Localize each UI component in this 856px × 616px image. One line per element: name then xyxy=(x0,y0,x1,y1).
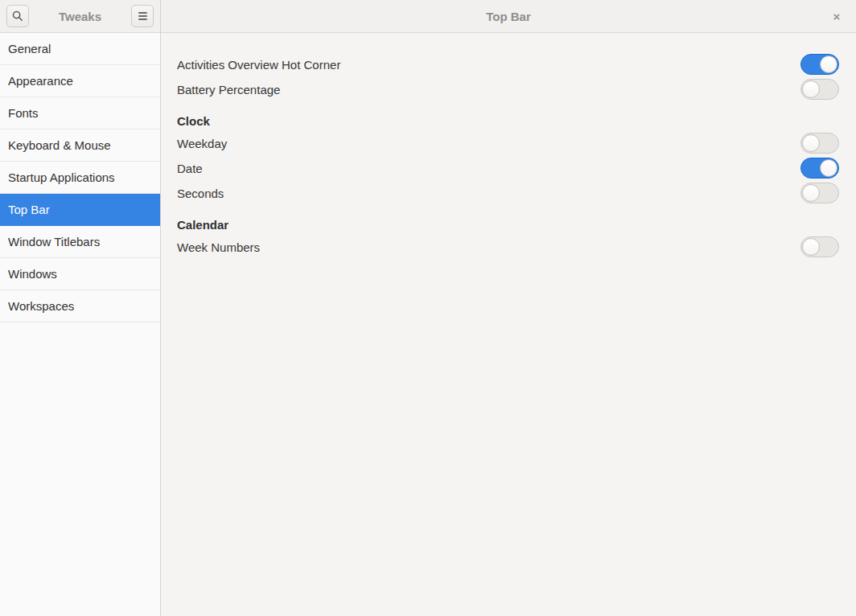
sidebar-item-top-bar[interactable]: Top Bar xyxy=(0,194,160,226)
setting-label: Date xyxy=(177,162,203,175)
section-heading-calendar: Calendar xyxy=(177,218,839,232)
setting-label: Seconds xyxy=(177,187,224,200)
sidebar-item-label: Fonts xyxy=(8,106,39,120)
toggle-knob xyxy=(802,80,820,98)
setting-row-seconds: Seconds xyxy=(177,183,839,203)
section-heading-clock: Clock xyxy=(177,114,839,129)
sidebar-item-label: Appearance xyxy=(8,74,73,88)
toggle-knob xyxy=(802,134,820,152)
sidebar-item-general[interactable]: General xyxy=(0,33,160,65)
sidebar-item-workspaces[interactable]: Workspaces xyxy=(0,290,160,322)
sidebar-item-label: Top Bar xyxy=(8,203,50,216)
toggle-switch-activities-overview-hot-corner[interactable] xyxy=(800,54,839,75)
toggle-knob xyxy=(802,238,820,256)
setting-row-battery-percentage: Battery Percentage xyxy=(177,79,839,100)
sidebar-item-window-titlebars[interactable]: Window Titlebars xyxy=(0,226,160,258)
sidebar-item-windows[interactable]: Windows xyxy=(0,258,160,290)
toggle-knob xyxy=(820,159,837,177)
sidebar-item-startup-applications[interactable]: Startup Applications xyxy=(0,162,160,194)
main-headerbar: Top Bar × xyxy=(161,0,856,33)
sidebar: Tweaks General Appearance Fonts Keyboard… xyxy=(0,0,161,616)
setting-row-weekday: Weekday xyxy=(177,133,839,154)
sidebar-item-label: Window Titlebars xyxy=(8,235,100,248)
sidebar-item-label: General xyxy=(8,42,51,55)
sidebar-item-appearance[interactable]: Appearance xyxy=(0,65,160,97)
setting-label: Activities Overview Hot Corner xyxy=(177,58,340,72)
search-button[interactable] xyxy=(6,5,29,27)
setting-row-activities-overview-hot-corner: Activities Overview Hot Corner xyxy=(177,54,839,75)
primary-menu-button[interactable] xyxy=(131,5,154,27)
settings-content: Activities Overview Hot Corner Battery P… xyxy=(161,33,856,261)
setting-label: Weekday xyxy=(177,137,227,150)
setting-row-date: Date xyxy=(177,158,839,179)
search-icon xyxy=(11,10,24,23)
close-button[interactable]: × xyxy=(827,0,846,32)
sidebar-item-label: Windows xyxy=(8,267,57,281)
setting-label: Week Numbers xyxy=(177,240,260,254)
toggle-knob xyxy=(820,55,837,73)
page-title: Top Bar xyxy=(486,10,531,23)
toggle-switch-seconds[interactable] xyxy=(800,183,839,203)
hamburger-menu-icon xyxy=(138,12,147,20)
toggle-switch-weekday[interactable] xyxy=(800,133,839,154)
toggle-switch-battery-percentage[interactable] xyxy=(800,79,839,100)
sidebar-item-label: Keyboard & Mouse xyxy=(8,138,111,152)
close-icon: × xyxy=(833,10,841,23)
tweaks-window: Tweaks General Appearance Fonts Keyboard… xyxy=(0,0,856,616)
toggle-switch-date[interactable] xyxy=(800,158,839,179)
sidebar-nav-list: General Appearance Fonts Keyboard & Mous… xyxy=(0,33,160,322)
sidebar-item-keyboard-mouse[interactable]: Keyboard & Mouse xyxy=(0,129,160,162)
toggle-switch-week-numbers[interactable] xyxy=(800,236,839,257)
sidebar-item-label: Startup Applications xyxy=(8,170,115,184)
main-pane: Top Bar × Activities Overview Hot Corner… xyxy=(161,0,856,616)
sidebar-item-label: Workspaces xyxy=(8,299,74,313)
setting-row-week-numbers: Week Numbers xyxy=(177,236,839,257)
sidebar-item-fonts[interactable]: Fonts xyxy=(0,97,160,129)
sidebar-headerbar: Tweaks xyxy=(0,0,160,33)
setting-label: Battery Percentage xyxy=(177,83,280,97)
toggle-knob xyxy=(802,184,820,202)
